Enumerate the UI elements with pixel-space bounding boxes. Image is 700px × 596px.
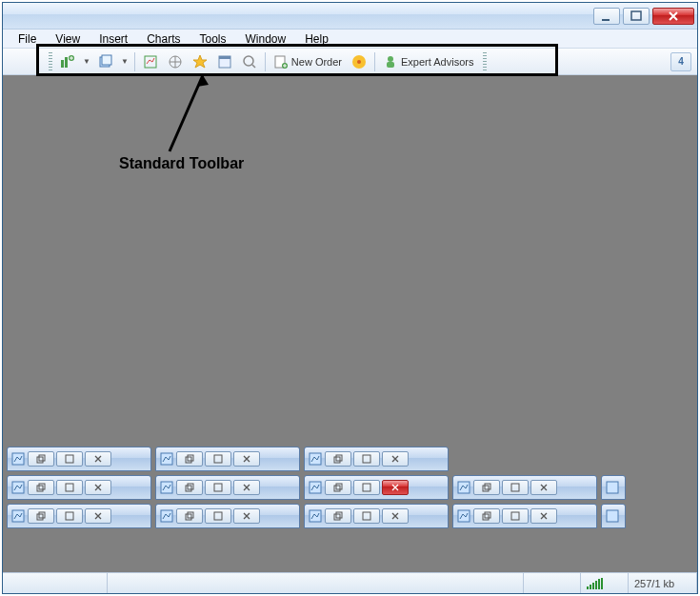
market-watch-button[interactable] xyxy=(139,51,162,72)
mdi-restore-button[interactable] xyxy=(473,480,500,495)
menu-help[interactable]: Help xyxy=(295,30,338,48)
svg-rect-2 xyxy=(61,60,64,68)
mdi-close-button[interactable] xyxy=(382,508,409,524)
mdi-child-windows xyxy=(7,447,693,532)
profiles-button[interactable] xyxy=(94,51,117,72)
mdi-restore-button[interactable] xyxy=(28,508,54,524)
mdi-window[interactable] xyxy=(452,475,597,500)
expert-advisors-button[interactable]: Expert Advisors xyxy=(379,51,477,72)
mdi-restore-button[interactable] xyxy=(325,508,351,524)
mdi-restore-button[interactable] xyxy=(176,508,203,524)
mdi-window[interactable] xyxy=(155,504,300,528)
svg-rect-46 xyxy=(607,482,618,493)
mdi-maximize-button[interactable] xyxy=(502,508,529,524)
mdi-restore-button[interactable] xyxy=(176,451,203,467)
toolbar-grip[interactable] xyxy=(49,52,52,71)
svg-rect-30 xyxy=(12,482,24,493)
metaquotes-button[interactable] xyxy=(348,51,370,72)
mdi-close-button[interactable] xyxy=(85,480,111,495)
menu-tools[interactable]: Tools xyxy=(190,30,236,48)
mdi-window[interactable] xyxy=(452,504,597,528)
menu-window[interactable]: Window xyxy=(236,30,296,48)
mdi-window[interactable] xyxy=(155,447,300,471)
svg-rect-20 xyxy=(39,455,45,461)
new-order-button[interactable]: New Order xyxy=(270,51,346,72)
app-window: File View Insert Charts Tools Window Hel… xyxy=(2,2,698,594)
svg-rect-3 xyxy=(65,57,68,68)
mdi-maximize-button[interactable] xyxy=(353,480,380,495)
dropdown-arrow-icon[interactable]: ▼ xyxy=(81,57,92,66)
mdi-window[interactable] xyxy=(601,475,626,500)
mdi-close-button[interactable] xyxy=(233,451,260,467)
mdi-restore-button[interactable] xyxy=(28,480,54,495)
svg-rect-17 xyxy=(387,62,394,68)
new-chart-button[interactable] xyxy=(56,51,79,72)
mdi-close-button[interactable] xyxy=(382,480,409,495)
new-order-label: New Order xyxy=(291,56,342,68)
minimize-button[interactable] xyxy=(593,8,620,25)
svg-rect-33 xyxy=(66,484,73,491)
terminal-button[interactable] xyxy=(213,51,236,72)
chart-icon xyxy=(159,451,174,467)
svg-rect-29 xyxy=(363,455,370,463)
mdi-window[interactable] xyxy=(304,504,449,528)
mdi-close-button[interactable] xyxy=(85,451,111,467)
data-window-button[interactable] xyxy=(189,51,211,72)
toolbar-right-indicator[interactable]: 4 xyxy=(670,52,691,71)
svg-rect-7 xyxy=(145,56,156,68)
svg-rect-32 xyxy=(39,484,45,489)
mdi-window[interactable] xyxy=(7,447,151,471)
mdi-window[interactable] xyxy=(155,475,300,500)
svg-rect-6 xyxy=(102,55,111,65)
mdi-close-button[interactable] xyxy=(233,508,260,524)
mdi-restore-button[interactable] xyxy=(325,480,351,495)
menu-charts[interactable]: Charts xyxy=(137,30,190,48)
svg-rect-38 xyxy=(310,482,321,493)
mdi-close-button[interactable] xyxy=(382,451,409,467)
menu-view[interactable]: View xyxy=(46,30,90,48)
mdi-close-button[interactable] xyxy=(530,480,557,495)
mdi-window[interactable] xyxy=(7,504,151,528)
svg-rect-36 xyxy=(188,484,193,489)
svg-rect-35 xyxy=(186,486,191,491)
maximize-button[interactable] xyxy=(623,8,650,25)
mdi-maximize-button[interactable] xyxy=(353,451,380,467)
svg-rect-18 xyxy=(12,453,24,465)
mdi-restore-button[interactable] xyxy=(325,451,351,467)
svg-rect-51 xyxy=(161,510,172,522)
mdi-maximize-button[interactable] xyxy=(56,508,83,524)
mdi-close-button[interactable] xyxy=(85,508,111,524)
svg-rect-41 xyxy=(363,484,370,491)
strategy-tester-button[interactable] xyxy=(238,51,261,72)
mdi-close-button[interactable] xyxy=(233,480,260,495)
svg-rect-31 xyxy=(37,486,43,491)
mdi-restore-button[interactable] xyxy=(176,480,203,495)
toolbar-grip[interactable] xyxy=(483,52,487,71)
mdi-restore-button[interactable] xyxy=(28,451,54,467)
mdi-maximize-button[interactable] xyxy=(56,480,83,495)
chart-icon xyxy=(308,451,323,467)
svg-rect-10 xyxy=(219,56,230,59)
svg-rect-58 xyxy=(363,512,370,520)
mdi-window[interactable] xyxy=(304,447,449,471)
mdi-maximize-button[interactable] xyxy=(56,451,83,467)
mdi-maximize-button[interactable] xyxy=(353,508,380,524)
mdi-window-active[interactable] xyxy=(304,475,449,500)
svg-rect-34 xyxy=(161,482,172,493)
navigator-button[interactable] xyxy=(164,51,187,72)
menu-insert[interactable]: Insert xyxy=(90,30,137,48)
menu-file[interactable]: File xyxy=(9,30,46,48)
mdi-maximize-button[interactable] xyxy=(205,480,231,495)
svg-rect-54 xyxy=(214,512,222,520)
dropdown-arrow-icon[interactable]: ▼ xyxy=(119,57,130,66)
mdi-maximize-button[interactable] xyxy=(502,480,529,495)
mdi-close-button[interactable] xyxy=(530,508,557,524)
mdi-maximize-button[interactable] xyxy=(205,451,231,467)
mdi-window[interactable] xyxy=(601,504,626,528)
mdi-restore-button[interactable] xyxy=(473,508,500,524)
chart-icon xyxy=(605,480,620,495)
close-button[interactable] xyxy=(652,8,694,25)
svg-rect-26 xyxy=(310,453,321,465)
mdi-window[interactable] xyxy=(7,475,151,500)
mdi-maximize-button[interactable] xyxy=(205,508,231,524)
